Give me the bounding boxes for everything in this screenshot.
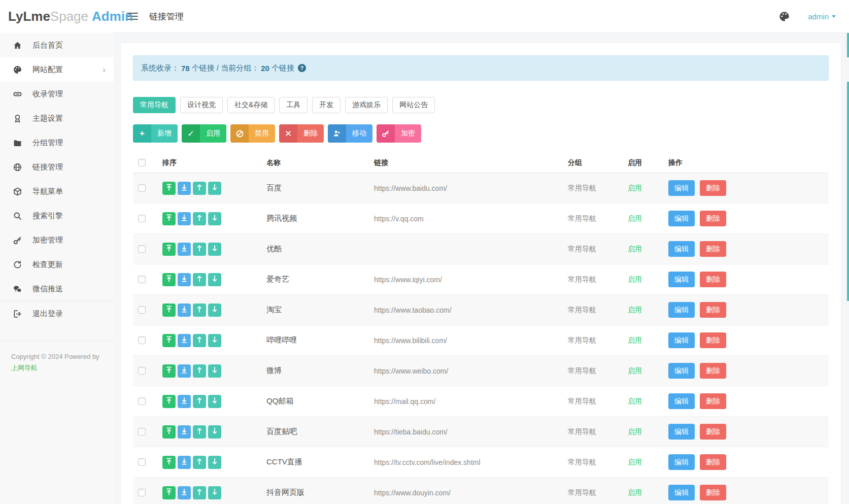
edit-button[interactable]: 编辑 [668, 332, 695, 348]
sort-down-button[interactable] [208, 304, 221, 317]
delete-button[interactable]: 删除 [700, 424, 726, 440]
sort-down-button[interactable] [208, 273, 221, 286]
user-menu[interactable]: admin [808, 12, 836, 21]
sort-up-button[interactable] [193, 456, 206, 469]
sidebar-item-palette[interactable]: 网站配置› [0, 57, 114, 82]
sort-to-top-button[interactable] [162, 425, 176, 439]
sort-down-button[interactable] [208, 425, 221, 439]
sort-down-button[interactable] [208, 212, 221, 225]
tab-工具[interactable]: 工具 [279, 97, 308, 113]
sidebar-item-folder[interactable]: 分组管理 [0, 130, 114, 155]
select-all-checkbox[interactable] [138, 159, 146, 166]
delete-button[interactable]: 删除 [700, 363, 726, 379]
sort-to-top-button[interactable] [162, 456, 176, 469]
sort-up-button[interactable] [193, 425, 206, 439]
sort-down-button[interactable] [208, 334, 221, 347]
tab-开发[interactable]: 开发 [312, 97, 341, 113]
sort-to-top-button[interactable] [162, 304, 176, 317]
delete-button[interactable]: 删除 [700, 332, 726, 348]
delete-button[interactable]: 删除 [700, 211, 726, 226]
sort-to-bottom-button[interactable] [178, 364, 191, 378]
tab-常用导航[interactable]: 常用导航 [133, 97, 176, 113]
sort-up-button[interactable] [193, 304, 206, 317]
移动-button[interactable]: 移动 [328, 124, 372, 143]
sidebar-item-refresh[interactable]: 检查更新 [0, 252, 114, 277]
sort-to-top-button[interactable] [162, 364, 176, 378]
sort-down-button[interactable] [208, 364, 221, 378]
sort-up-button[interactable] [193, 395, 206, 408]
sort-to-bottom-button[interactable] [178, 425, 191, 439]
sidebar-item-globe[interactable]: 链接管理 [0, 155, 114, 179]
sidebar-item-search[interactable]: 搜索引擎 [0, 204, 114, 228]
sort-to-bottom-button[interactable] [178, 486, 191, 499]
edit-button[interactable]: 编辑 [668, 454, 695, 470]
delete-button[interactable]: 删除 [700, 393, 726, 409]
edit-button[interactable]: 编辑 [668, 180, 695, 196]
sort-down-button[interactable] [208, 243, 221, 256]
row-checkbox[interactable] [138, 397, 146, 405]
sidebar-item-logout[interactable]: 退出登录 [0, 301, 114, 326]
delete-button[interactable]: 删除 [700, 302, 726, 318]
edit-button[interactable]: 编辑 [668, 424, 695, 440]
sort-to-top-button[interactable] [162, 486, 176, 499]
新增-button[interactable]: +新增 [133, 124, 178, 143]
edit-button[interactable]: 编辑 [668, 302, 695, 318]
edit-button[interactable]: 编辑 [668, 393, 695, 409]
row-checkbox[interactable] [138, 215, 146, 222]
copyright-link[interactable]: 上网导航 [11, 362, 103, 374]
row-checkbox[interactable] [138, 184, 146, 192]
edit-button[interactable]: 编辑 [668, 485, 695, 500]
tab-设计视觉[interactable]: 设计视觉 [180, 97, 223, 113]
edit-button[interactable]: 编辑 [668, 272, 695, 287]
删除-button[interactable]: ✕删除 [279, 124, 324, 143]
row-checkbox[interactable] [138, 245, 146, 253]
sort-to-bottom-button[interactable] [178, 243, 191, 256]
delete-button[interactable]: 删除 [700, 180, 726, 196]
sidebar-item-key[interactable]: 加密管理 [0, 228, 114, 252]
sort-down-button[interactable] [208, 182, 221, 195]
sort-up-button[interactable] [193, 334, 206, 347]
row-checkbox[interactable] [138, 367, 146, 375]
sort-to-bottom-button[interactable] [178, 273, 191, 286]
row-checkbox[interactable] [138, 337, 146, 344]
row-checkbox[interactable] [138, 306, 146, 314]
加密-button[interactable]: 加密 [377, 124, 421, 143]
sort-to-bottom-button[interactable] [178, 182, 191, 195]
sort-down-button[interactable] [208, 486, 221, 499]
row-checkbox[interactable] [138, 489, 146, 496]
help-icon[interactable]: ? [298, 64, 306, 72]
delete-button[interactable]: 删除 [700, 272, 726, 287]
edit-button[interactable]: 编辑 [668, 363, 695, 379]
sort-to-top-button[interactable] [162, 243, 176, 256]
edit-button[interactable]: 编辑 [668, 211, 695, 226]
sort-up-button[interactable] [193, 182, 206, 195]
row-checkbox[interactable] [138, 428, 146, 435]
row-checkbox[interactable] [138, 458, 146, 466]
delete-button[interactable]: 删除 [700, 485, 726, 500]
delete-button[interactable]: 删除 [700, 454, 726, 470]
sort-to-bottom-button[interactable] [178, 395, 191, 408]
sort-to-top-button[interactable] [162, 212, 176, 225]
tab-社交&存储[interactable]: 社交&存储 [227, 97, 275, 113]
sort-up-button[interactable] [193, 486, 206, 499]
tab-游戏娱乐[interactable]: 游戏娱乐 [345, 97, 388, 113]
sidebar-item-wechat[interactable]: 微信推送 [0, 277, 114, 301]
sort-to-top-button[interactable] [162, 395, 176, 408]
theme-palette-icon[interactable] [779, 11, 790, 22]
sidebar-item-cube[interactable]: 导航菜单 [0, 179, 114, 204]
row-checkbox[interactable] [138, 276, 146, 283]
delete-button[interactable]: 删除 [700, 241, 726, 257]
sort-to-bottom-button[interactable] [178, 304, 191, 317]
sort-to-top-button[interactable] [162, 334, 176, 347]
sort-to-bottom-button[interactable] [178, 212, 191, 225]
edit-button[interactable]: 编辑 [668, 241, 695, 257]
sort-to-top-button[interactable] [162, 273, 176, 286]
sort-down-button[interactable] [208, 395, 221, 408]
sort-up-button[interactable] [193, 273, 206, 286]
sort-to-bottom-button[interactable] [178, 334, 191, 347]
禁用-button[interactable]: 禁用 [230, 124, 275, 143]
sort-up-button[interactable] [193, 364, 206, 378]
sort-up-button[interactable] [193, 212, 206, 225]
sidebar-item-award[interactable]: 主题设置 [0, 106, 114, 130]
tab-网站公告[interactable]: 网站公告 [392, 97, 435, 113]
